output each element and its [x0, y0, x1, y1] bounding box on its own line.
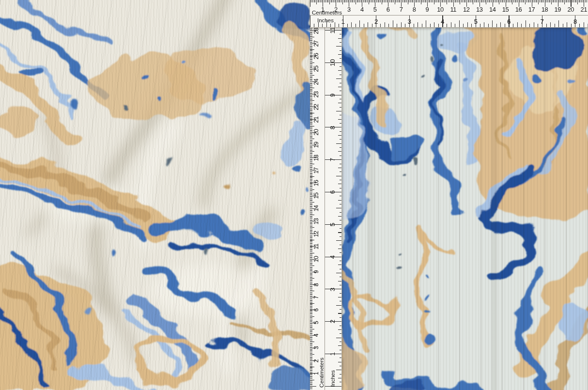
- flat-fabric-photo: [310, 0, 588, 390]
- cm-tick-number: 22: [310, 103, 323, 111]
- cm-tick-number: 16: [310, 179, 323, 187]
- inch-tick-number: 7: [526, 18, 559, 25]
- inch-tick-number: 6: [493, 18, 526, 25]
- inch-tick-number: 7: [316, 156, 342, 164]
- inch-tick-number: 1: [316, 350, 342, 358]
- inch-tick-number: 9: [316, 91, 342, 99]
- cm-tick-number: 8: [408, 6, 421, 13]
- cm-tick-number: 20: [564, 6, 577, 13]
- horizontal-cm-scale: 123456789101112131415161718192021 Centim…: [310, 0, 588, 16]
- cm-tick-number: 16: [512, 6, 525, 13]
- vertical-inch-numbers: 1234567891011: [328, 28, 336, 370]
- inch-tick-number: 4: [316, 253, 342, 261]
- cm-tick-number: 6: [310, 306, 323, 314]
- cm-tick-number: 12: [460, 6, 473, 13]
- cm-tick-number: 17: [310, 167, 323, 174]
- cm-tick-number: 21: [577, 6, 588, 13]
- cm-tick-number: 27: [310, 40, 323, 47]
- cm-tick-number: 12: [310, 230, 323, 238]
- cm-tick-number: 4: [310, 331, 323, 339]
- draped-fabric-art: [0, 0, 310, 390]
- horizontal-cm-numbers: 123456789101112131415161718192021: [316, 6, 588, 13]
- inch-tick-number: 11: [316, 28, 342, 34]
- inch-tick-number: 5: [316, 220, 342, 228]
- vertical-ruler: 1234567891011121314151617181920212223242…: [310, 28, 342, 390]
- cm-tick-number: 14: [310, 204, 323, 212]
- vertical-cm-label: Centimeters: [319, 358, 325, 388]
- inch-tick-number: 2: [360, 18, 393, 25]
- fabric-product-photo: 123456789101112131415161718192021 Centim…: [0, 0, 588, 390]
- vertical-cm-numbers: 1234567891011121314151617181920212223242…: [312, 28, 320, 380]
- inch-tick-number: 6: [316, 188, 342, 196]
- inch-tick-number: 4: [426, 18, 460, 25]
- draped-fabric-photo: [0, 0, 310, 390]
- cm-tick-number: 15: [499, 6, 512, 13]
- inch-tick-number: 3: [316, 285, 342, 293]
- inch-tick-number: 5: [459, 18, 493, 25]
- cm-tick-number: 9: [310, 268, 323, 276]
- inch-tick-number: 8: [559, 18, 588, 25]
- cm-tick-number: 21: [310, 116, 323, 124]
- cm-tick-number: 11: [310, 243, 323, 250]
- cm-tick-number: 18: [538, 6, 551, 13]
- inch-tick-number: 8: [316, 124, 342, 131]
- cm-tick-number: 17: [525, 6, 538, 13]
- cm-tick-number: 24: [310, 78, 323, 86]
- vertical-inch-label: Inches: [330, 370, 336, 387]
- cm-tick-number: 13: [473, 6, 486, 13]
- horizontal-inch-numbers: 12345678: [326, 18, 588, 25]
- cm-tick-number: 4: [356, 6, 369, 13]
- flat-fabric-art: [310, 0, 588, 390]
- cm-tick-number: 11: [447, 6, 460, 13]
- inch-tick-number: 2: [316, 318, 342, 326]
- inch-tick-number: 10: [316, 59, 342, 66]
- cm-tick-number: 3: [342, 6, 356, 13]
- cm-tick-number: 5: [369, 6, 382, 13]
- cm-tick-number: 9: [421, 6, 434, 13]
- cm-tick-number: 7: [395, 6, 408, 13]
- cm-tick-number: 10: [433, 6, 447, 13]
- inch-tick-number: 3: [393, 18, 426, 25]
- cm-tick-number: 6: [382, 6, 395, 13]
- cm-tick-number: 19: [551, 6, 564, 13]
- horizontal-ruler: 123456789101112131415161718192021 Centim…: [310, 0, 588, 28]
- cm-tick-number: 19: [310, 141, 323, 149]
- cm-tick-number: 14: [486, 6, 499, 13]
- horizontal-inch-label: Inches: [317, 17, 334, 23]
- cm-tick-number: 7: [310, 294, 323, 301]
